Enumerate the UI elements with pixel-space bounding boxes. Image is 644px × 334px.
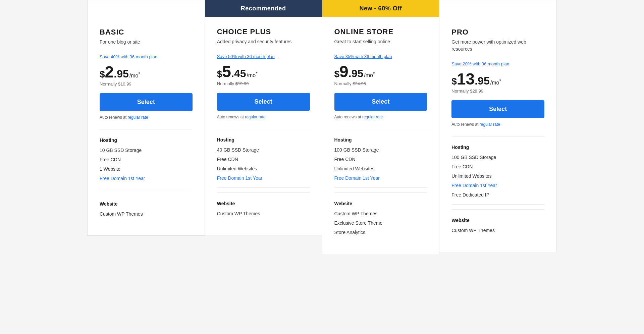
- pro-website-label: Website: [451, 209, 544, 223]
- basic-normally: Normally $10.99: [100, 81, 193, 87]
- online-store-save-link[interactable]: Save 35% with 36 month plan: [334, 54, 392, 59]
- basic-storage: 10 GB SSD Storage: [100, 148, 193, 153]
- online-store-wp-themes: Custom WP Themes: [334, 211, 427, 216]
- online-store-storage: 100 GB SSD Storage: [334, 147, 427, 153]
- basic-strikethrough-price: $10.99: [118, 81, 131, 87]
- basic-divider: [100, 188, 193, 188]
- choice-plus-divider: [217, 187, 310, 188]
- pro-dollar-sign: $: [451, 76, 457, 87]
- online-store-exclusive-theme: Exclusive Store Theme: [334, 220, 427, 226]
- choice-plus-domain: Free Domain 1st Year: [217, 175, 310, 181]
- basic-regular-rate-link[interactable]: regular rate: [127, 115, 148, 120]
- online-store-website-label: Website: [334, 192, 427, 206]
- online-store-cdn: Free CDN: [334, 157, 427, 162]
- basic-hosting-label: Hosting: [100, 129, 193, 143]
- pro-regular-rate-link[interactable]: regular rate: [480, 122, 500, 127]
- pro-auto-renew: Auto renews at regular rate: [451, 122, 544, 127]
- plan-choice-plus: Recommended CHOICE PLUS Added privacy an…: [205, 0, 322, 235]
- plan-basic: BASIC For one blog or site Save 40% with…: [87, 0, 205, 236]
- choice-plus-websites: Unlimited Websites: [217, 166, 310, 171]
- basic-save-link[interactable]: Save 40% with 36 month plan: [100, 54, 157, 59]
- pro-website-features: Custom WP Themes: [451, 228, 544, 233]
- basic-cdn: Free CDN: [100, 157, 193, 162]
- choice-plus-price-per: /mo*: [247, 71, 258, 78]
- recommended-badge: Recommended: [205, 0, 322, 17]
- pro-strikethrough-price: $28.99: [470, 89, 483, 94]
- pro-badge: [439, 0, 556, 17]
- choice-plus-plan-name: CHOICE PLUS: [217, 27, 310, 36]
- basic-badge: [88, 0, 205, 17]
- choice-plus-storage: 40 GB SSD Storage: [217, 147, 310, 153]
- online-store-hosting-label: Hosting: [334, 129, 427, 143]
- pro-price-row: $ 13.95 /mo*: [451, 71, 544, 87]
- pro-domain: Free Domain 1st Year: [451, 183, 544, 188]
- choice-plus-wp-themes: Custom WP Themes: [217, 211, 310, 216]
- plans-container: BASIC For one blog or site Save 40% with…: [87, 0, 557, 334]
- online-store-websites: Unlimited Websites: [334, 166, 427, 171]
- new-deal-badge: New - 60% Off: [322, 0, 439, 17]
- pro-websites: Unlimited Websites: [451, 173, 544, 179]
- pro-cdn: Free CDN: [451, 164, 544, 169]
- choice-plus-dollar-sign: $: [217, 69, 222, 79]
- online-store-price-amount: 9.95: [339, 64, 363, 80]
- basic-dollar-sign: $: [100, 69, 105, 80]
- basic-hosting-features: 10 GB SSD Storage Free CDN 1 Website Fre…: [100, 148, 193, 181]
- online-store-price-row: $ 9.95 /mo*: [334, 64, 427, 80]
- basic-plan-name: BASIC: [100, 28, 193, 37]
- pro-wp-themes: Custom WP Themes: [451, 228, 544, 233]
- basic-websites: 1 Website: [100, 166, 193, 172]
- basic-auto-renew: Auto renews at regular rate: [100, 115, 193, 120]
- pro-select-button[interactable]: Select: [451, 100, 544, 118]
- online-store-strikethrough-price: $24.95: [353, 81, 366, 86]
- basic-website-features: Custom WP Themes: [100, 211, 193, 217]
- choice-plus-strikethrough-price: $19.99: [235, 81, 249, 86]
- basic-body: BASIC For one blog or site Save 40% with…: [88, 17, 205, 217]
- online-store-price-per: /mo*: [364, 71, 375, 78]
- pro-storage: 100 GB SSD Storage: [451, 155, 544, 160]
- basic-price-per: /mo*: [129, 71, 140, 79]
- pro-normally: Normally $28.99: [451, 89, 544, 94]
- online-store-hosting-features: 100 GB SSD Storage Free CDN Unlimited We…: [334, 147, 427, 181]
- online-store-divider: [334, 187, 427, 188]
- choice-plus-cdn: Free CDN: [217, 157, 310, 162]
- pro-hosting-features: 100 GB SSD Storage Free CDN Unlimited We…: [451, 155, 544, 198]
- pro-tagline: Get more power with optimized web resour…: [451, 39, 544, 53]
- pro-save-link[interactable]: Save 20% with 36 month plan: [451, 61, 509, 66]
- pricing-wrapper: BASIC For one blog or site Save 40% with…: [0, 0, 644, 334]
- plan-pro: PRO Get more power with optimized web re…: [439, 0, 557, 252]
- pro-body: PRO Get more power with optimized web re…: [439, 17, 556, 233]
- choice-plus-price-row: $ 5.45 /mo*: [217, 64, 310, 80]
- plan-online-store: New - 60% Off ONLINE STORE Great to star…: [322, 0, 440, 254]
- online-store-select-button[interactable]: Select: [334, 93, 427, 111]
- basic-tagline: For one blog or site: [100, 39, 193, 46]
- choice-plus-hosting-label: Hosting: [217, 129, 310, 143]
- pro-divider: [451, 204, 544, 205]
- online-store-domain: Free Domain 1st Year: [334, 175, 427, 181]
- choice-plus-auto-renew: Auto renews at regular rate: [217, 115, 310, 119]
- choice-plus-website-features: Custom WP Themes: [217, 211, 310, 216]
- online-store-normally: Normally $24.95: [334, 81, 427, 86]
- basic-website-label: Website: [100, 193, 193, 207]
- choice-plus-website-label: Website: [217, 192, 310, 206]
- pro-dedicated-ip: Free Dedicated IP: [451, 192, 544, 198]
- choice-plus-price-amount: 5.45: [222, 64, 246, 80]
- online-store-website-features: Custom WP Themes Exclusive Store Theme S…: [334, 211, 427, 235]
- online-store-body: ONLINE STORE Great to start selling onli…: [322, 17, 439, 235]
- choice-plus-select-button[interactable]: Select: [217, 93, 310, 111]
- online-store-dollar-sign: $: [334, 69, 340, 79]
- pro-hosting-label: Hosting: [451, 136, 544, 150]
- choice-plus-body: CHOICE PLUS Added privacy and security f…: [205, 17, 322, 216]
- online-store-plan-name: ONLINE STORE: [334, 27, 427, 36]
- basic-price-row: $ 2.95 /mo*: [100, 64, 193, 80]
- online-store-auto-renew: Auto renews at regular rate: [334, 115, 427, 119]
- choice-plus-save-link[interactable]: Save 50% with 36 month plan: [217, 54, 275, 59]
- pro-price-amount: 13.95: [457, 71, 490, 87]
- online-store-regular-rate-link[interactable]: regular rate: [362, 115, 383, 119]
- choice-plus-regular-rate-link[interactable]: regular rate: [245, 115, 265, 119]
- online-store-analytics: Store Analytics: [334, 230, 427, 235]
- pro-plan-name: PRO: [451, 28, 544, 37]
- basic-domain: Free Domain 1st Year: [100, 176, 193, 181]
- choice-plus-normally: Normally $19.99: [217, 81, 310, 86]
- basic-select-button[interactable]: Select: [100, 93, 193, 111]
- online-store-tagline: Great to start selling online: [334, 38, 427, 45]
